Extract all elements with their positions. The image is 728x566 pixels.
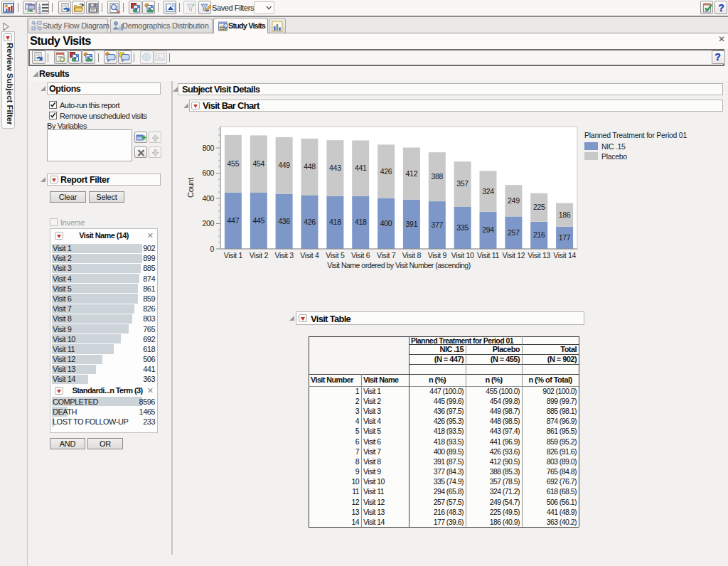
svg-text:294: 294: [482, 225, 494, 234]
svg-text:Visit 6: Visit 6: [351, 251, 370, 260]
svg-text:455: 455: [228, 159, 240, 168]
svg-text:418: 418: [329, 218, 341, 226]
svg-text:448: 448: [304, 162, 316, 171]
svg-text:388: 388: [431, 172, 443, 181]
svg-text:449: 449: [278, 161, 290, 169]
svg-text:Visit 8: Visit 8: [402, 251, 422, 260]
svg-text:216: 216: [533, 230, 545, 239]
svg-text:Visit 4: Visit 4: [300, 251, 319, 260]
svg-text:426: 426: [380, 167, 392, 176]
svg-text:Visit 14: Visit 14: [553, 251, 576, 260]
svg-text:Planned Treatment for Period 0: Planned Treatment for Period 01: [584, 131, 687, 139]
svg-text:3: 3: [38, 10, 41, 14]
svg-text:Visit 10: Visit 10: [451, 251, 474, 260]
svg-text:Visit 9: Visit 9: [428, 251, 447, 260]
svg-text:Visit Name ordered by Visit Nu: Visit Name ordered by Visit Number (asce…: [327, 261, 470, 269]
svg-text:Visit 12: Visit 12: [502, 251, 525, 260]
svg-text:335: 335: [456, 223, 469, 232]
svg-text:445: 445: [252, 216, 264, 225]
svg-text:Visit 11: Visit 11: [477, 251, 500, 260]
svg-text:324: 324: [482, 187, 494, 196]
svg-text:436: 436: [278, 217, 290, 225]
svg-text:?: ?: [718, 2, 724, 14]
svg-text:0: 0: [210, 245, 214, 253]
svg-text:357: 357: [456, 179, 469, 188]
svg-text:Visit 5: Visit 5: [326, 251, 345, 260]
svg-text:Count: Count: [186, 178, 195, 198]
svg-text:Visit 1: Visit 1: [224, 251, 243, 260]
svg-text:377: 377: [431, 220, 443, 229]
svg-text:?: ?: [714, 51, 721, 63]
svg-text:Visit 13: Visit 13: [528, 251, 550, 260]
svg-text:600: 600: [202, 169, 214, 177]
svg-text:454: 454: [252, 159, 264, 168]
svg-text:443: 443: [329, 164, 341, 172]
svg-text:447: 447: [228, 216, 240, 225]
svg-text:177: 177: [559, 233, 571, 242]
svg-text:257: 257: [508, 228, 520, 237]
svg-text:Visit 2: Visit 2: [250, 251, 269, 260]
svg-text:418: 418: [355, 218, 367, 226]
svg-text:200: 200: [202, 219, 214, 228]
svg-text:225: 225: [533, 203, 545, 211]
svg-text:412: 412: [406, 169, 418, 178]
svg-text:441: 441: [355, 164, 367, 172]
svg-text:400: 400: [380, 219, 392, 228]
svg-text:Visit 7: Visit 7: [377, 251, 396, 260]
svg-text:249: 249: [508, 196, 520, 205]
svg-text:Placebo: Placebo: [601, 152, 627, 161]
svg-text:800: 800: [202, 144, 214, 152]
svg-text:Visit 3: Visit 3: [274, 251, 294, 260]
svg-text:426: 426: [304, 218, 316, 226]
svg-text:186: 186: [559, 210, 571, 219]
svg-text:400: 400: [202, 194, 214, 203]
svg-text:NIC .15: NIC .15: [601, 142, 626, 151]
svg-text:391: 391: [406, 220, 418, 228]
